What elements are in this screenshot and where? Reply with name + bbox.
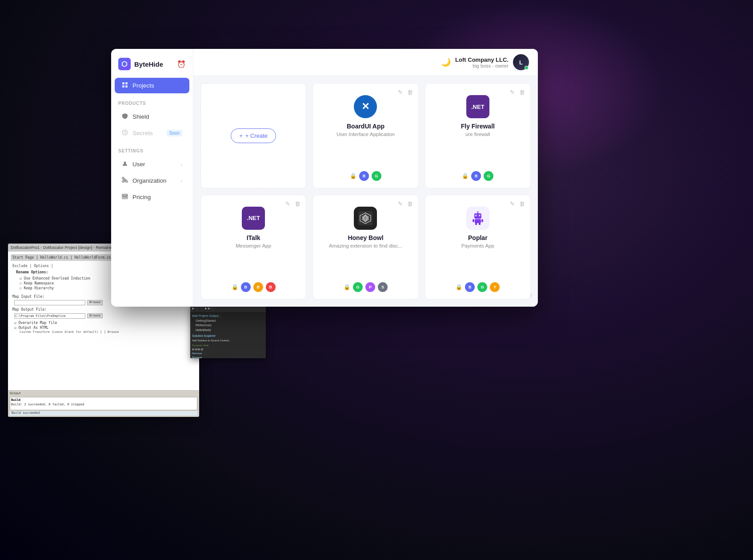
- moon-icon: 🌙: [441, 57, 451, 67]
- brand: ByteHide ⏰: [111, 56, 193, 77]
- shield-label: Shield: [132, 113, 149, 120]
- svg-rect-5: [125, 85, 128, 88]
- edit-button-poplar[interactable]: ✎: [509, 200, 516, 208]
- projects-grid: + + Create ↻ ✎ 🗑 ✕ BoardUI App User Inte…: [193, 76, 538, 307]
- member-avatar-g: G: [372, 171, 381, 181]
- member-y1: Y: [490, 282, 500, 292]
- poplar-icon: [466, 207, 489, 230]
- italk-footer: 🔒 B B B: [232, 282, 276, 292]
- pricing-icon: [122, 193, 128, 201]
- svg-point-21: [476, 215, 477, 216]
- svg-rect-29: [479, 223, 481, 225]
- fly-firewall-desc: ure firewall: [465, 132, 490, 137]
- fly-firewall-footer: 🔒 B G: [462, 171, 493, 181]
- member-b6: B: [465, 282, 475, 292]
- poplar-footer: 🔒 B G Y: [456, 282, 500, 292]
- delete-button-poplar[interactable]: 🗑: [518, 200, 526, 208]
- delete-button-italk[interactable]: 🗑: [294, 200, 301, 208]
- main-content: 🌙 Loft Company LLC. big boss - owner L +…: [193, 49, 538, 307]
- member-p1: P: [365, 282, 375, 292]
- svg-rect-8: [122, 177, 124, 179]
- edit-button-italk[interactable]: ✎: [284, 200, 291, 208]
- project-card-poplar: ✎ 🗑: [425, 195, 531, 300]
- shield-icon: [122, 113, 128, 120]
- italk-desc: Messenger App: [236, 243, 271, 248]
- main-header: 🌙 Loft Company LLC. big boss - owner L: [193, 49, 538, 76]
- member-g3: G: [353, 282, 363, 292]
- edit-button-boardui[interactable]: ✎: [397, 88, 404, 96]
- svg-rect-3: [125, 82, 128, 84]
- delete-button-honey[interactable]: 🗑: [406, 200, 414, 208]
- boardui-icon: ✕: [354, 95, 377, 118]
- member-avatar-b2: B: [471, 171, 481, 181]
- edit-button-honey[interactable]: ✎: [397, 200, 404, 208]
- poplar-name: Poplar: [468, 234, 488, 241]
- member-b5: B: [266, 282, 276, 292]
- honeybowl-footer: 🔒 G P S: [344, 282, 388, 292]
- svg-rect-11: [126, 181, 128, 182]
- secrets-label: Secrets: [132, 130, 153, 136]
- lock-icon-5: 🔒: [456, 284, 462, 290]
- organization-label: Organization: [132, 177, 167, 184]
- ide-content-right: Add Project Output... GettingStarted Ref…: [190, 312, 266, 358]
- sidebar-item-shield[interactable]: Shield: [115, 109, 189, 124]
- italk-name: ITalk: [247, 234, 260, 241]
- boardui-desc: User Interface Application: [336, 132, 395, 137]
- products-section-label: PRODUCTS: [111, 94, 193, 108]
- member-avatar-g2: G: [484, 171, 493, 181]
- sidebar-item-user[interactable]: User ›: [115, 156, 189, 172]
- member-avatar-b: B: [359, 171, 369, 181]
- card-actions-fly: ✎ 🗑: [509, 88, 526, 96]
- lock-icon-2: 🔒: [462, 173, 469, 179]
- member-g4: G: [477, 282, 487, 292]
- organization-icon: [122, 177, 128, 184]
- card-actions-honey: ✎ 🗑: [397, 200, 414, 208]
- clock-icon: ⏰: [177, 60, 186, 68]
- svg-rect-28: [475, 223, 477, 225]
- create-label: + Create: [245, 132, 268, 139]
- delete-button-boardui[interactable]: 🗑: [406, 88, 414, 96]
- svg-point-22: [479, 215, 480, 216]
- svg-rect-13: [123, 196, 124, 197]
- svg-rect-15: [126, 196, 127, 197]
- ide-window-right: ▶ ⬛ ⬛ ▶ ▶ ⬛ Add Project Output... Gettin…: [190, 305, 266, 358]
- lock-icon-4: 🔒: [344, 284, 350, 290]
- user-info: 🌙 Loft Company LLC. big boss - owner L: [441, 54, 529, 70]
- fly-firewall-name: Fly Firewall: [461, 123, 495, 130]
- member-b4: B: [253, 282, 263, 292]
- clock-icon: [122, 129, 128, 137]
- user-label: User: [132, 161, 145, 168]
- plus-icon: +: [239, 132, 243, 139]
- card-actions-italk: ✎ 🗑: [284, 200, 301, 208]
- project-card-boardui: ✎ 🗑 ✕ BoardUI App User Interface Applica…: [312, 83, 418, 188]
- member-b3: B: [241, 282, 251, 292]
- grid-icon: [122, 82, 128, 89]
- user-role: big boss - owner: [455, 63, 509, 68]
- sidebar-item-secrets[interactable]: Secrets Soon: [115, 125, 189, 141]
- edit-button-fly[interactable]: ✎: [509, 88, 516, 96]
- online-indicator: [525, 66, 529, 70]
- svg-rect-14: [124, 196, 125, 197]
- fly-firewall-icon: .NET: [466, 95, 489, 118]
- svg-point-7: [124, 162, 126, 164]
- poplar-desc: Payments App: [461, 243, 494, 248]
- user-details: Loft Company LLC. big boss - owner: [455, 56, 509, 68]
- project-card-honeybowl: ✎ 🗑 Honey Bowl Amazing extension to find…: [312, 195, 418, 300]
- sidebar-item-projects[interactable]: Projects: [115, 78, 189, 93]
- sidebar-item-organization[interactable]: Organization ›: [115, 173, 189, 188]
- project-card-fly-firewall: ✎ 🗑 .NET Fly Firewall ure firewall 🔒 B G: [425, 83, 531, 188]
- sidebar-item-pricing[interactable]: Pricing: [115, 189, 189, 205]
- brand-name: ByteHide: [134, 60, 163, 68]
- create-card[interactable]: + + Create ↻: [200, 83, 306, 188]
- user-icon: [122, 160, 128, 168]
- svg-rect-25: [475, 219, 481, 223]
- create-button[interactable]: + + Create: [231, 128, 276, 143]
- card-actions-poplar: ✎ 🗑: [509, 200, 526, 208]
- avatar[interactable]: L: [513, 54, 529, 70]
- svg-rect-2: [122, 82, 124, 84]
- delete-button-fly[interactable]: 🗑: [518, 88, 526, 96]
- brand-icon: [118, 58, 131, 70]
- italk-icon: .NET: [242, 207, 265, 230]
- settings-section-label: SETTINGS: [111, 141, 193, 156]
- honeybowl-icon: [354, 207, 377, 230]
